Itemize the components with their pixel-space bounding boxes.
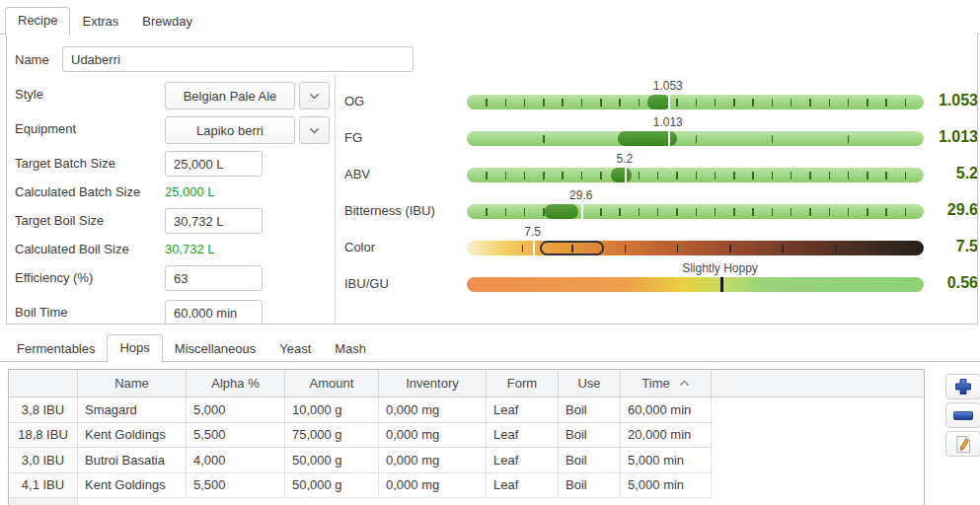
gauge-tick: [486, 99, 488, 107]
header-cell-inventory[interactable]: Inventory: [379, 370, 487, 397]
gauge-abv-marker-label: 5.2: [616, 152, 633, 166]
gauge-tick: [752, 99, 754, 107]
gauge-ibu_gu-label: IBU/GU: [344, 276, 389, 291]
tab-miscellaneous[interactable]: Miscellaneous: [163, 336, 267, 362]
header-label: Form: [507, 376, 537, 391]
header-label: Use: [577, 376, 600, 391]
gauge-color-label: Color: [344, 240, 375, 254]
gauge-color-marker: [533, 241, 536, 255]
gauge-bitterness-bar: [467, 204, 924, 219]
chevron-down-icon: [309, 127, 320, 134]
header-label: Inventory: [406, 376, 458, 391]
gauge-tick: [848, 172, 850, 180]
row-header-strip: [9, 498, 78, 505]
gauge-ibu_gu-value: 0.56: [927, 274, 978, 292]
header-label: Time: [641, 376, 669, 391]
header-cell-amount[interactable]: Amount: [285, 370, 379, 397]
edit-hop-button[interactable]: [945, 431, 980, 457]
edit-pencil-icon: [955, 435, 972, 454]
calculated-batch-size-label: Calculated Batch Size: [15, 184, 140, 199]
tab-recipe[interactable]: Recipe: [5, 7, 70, 35]
tab-mash[interactable]: Mash: [323, 336, 378, 362]
cell-form: Leaf: [487, 473, 559, 498]
gauge-tick: [772, 135, 774, 143]
efficiency-label: Efficiency (%): [15, 270, 93, 285]
gauge-tick: [782, 245, 784, 252]
equipment-dropdown-button[interactable]: [299, 116, 330, 144]
calculated-boil-size-value: 30,732 L: [165, 242, 215, 256]
style-dropdown-button[interactable]: [299, 82, 330, 109]
header-label: Name: [114, 376, 149, 391]
gauge-tick: [752, 208, 754, 216]
gauge-tick: [677, 245, 679, 252]
gauge-tick: [543, 135, 545, 143]
cell-use: Boil: [559, 448, 621, 472]
header-cell-alpha-[interactable]: Alpha %: [187, 370, 285, 397]
tab-hops[interactable]: Hops: [107, 334, 162, 362]
tab-brewday[interactable]: Brewday: [130, 9, 204, 35]
gauge-tick: [772, 172, 774, 180]
gauge-tick: [867, 172, 868, 180]
cell-form: Leaf: [487, 397, 559, 422]
add-hop-button[interactable]: [945, 374, 980, 399]
target-boil-size-label: Target Boil Size: [15, 213, 104, 228]
target-boil-size-field[interactable]: [165, 208, 263, 234]
tab-extras[interactable]: Extras: [70, 9, 130, 35]
tab-fermentables[interactable]: Fermentables: [5, 336, 107, 362]
gauge-og-label: OG: [344, 94, 364, 108]
header-cell-use[interactable]: Use: [559, 370, 621, 397]
cell-use: Boil: [559, 397, 621, 422]
cell-name: Butroi Basatia: [78, 448, 187, 472]
cell-inventory: 0,000 mg: [379, 473, 487, 498]
gauge-color-bar: [467, 241, 924, 255]
table-header-row: NameAlpha %AmountInventoryFormUseTime: [9, 370, 924, 397]
gauge-color-range: [540, 241, 604, 255]
target-batch-size-field[interactable]: [165, 151, 263, 177]
name-field[interactable]: [62, 46, 414, 72]
gauge-tick: [657, 208, 659, 216]
cell-amount: 10,000 g: [285, 397, 379, 422]
gauge-ibu_gu-marker: [720, 277, 724, 292]
gauge-tick: [562, 172, 564, 180]
header-cell-time[interactable]: Time: [621, 370, 712, 397]
tab-yeast[interactable]: Yeast: [267, 336, 323, 362]
boil-time-field[interactable]: [165, 300, 263, 325]
gauge-tick: [729, 245, 731, 252]
gauge-tick: [657, 172, 659, 180]
gauge-og-value: 1.053: [927, 92, 978, 109]
cell-form: Leaf: [487, 423, 559, 448]
header-cell-name[interactable]: Name: [78, 370, 187, 397]
gauge-tick: [733, 99, 735, 107]
header-cell-form[interactable]: Form: [487, 370, 559, 397]
cell-inventory: 0,000 mg: [379, 397, 487, 422]
gauge-tick: [772, 99, 774, 107]
gauge-tick: [524, 208, 526, 216]
header-label: Alpha %: [211, 376, 259, 391]
style-combo[interactable]: Belgian Pale Ale: [165, 82, 295, 109]
gauge-color-value: 7.5: [927, 238, 978, 255]
gauge-tick: [772, 208, 774, 216]
cell-ibu: 3,0 IBU: [9, 448, 78, 472]
table-row[interactable]: 4,1 IBUKent Goldings5,50050,000 g0,000 m…: [9, 473, 713, 499]
gauge-tick: [848, 135, 850, 143]
cell-time: 20,000 min: [621, 423, 712, 448]
cell-ibu: 4,1 IBU: [9, 473, 78, 498]
equipment-combo[interactable]: Lapiko berri: [165, 116, 295, 144]
table-row[interactable]: 3,8 IBUSmagard5,00010,000 g0,000 mgLeafB…: [9, 397, 713, 423]
header-filler: [712, 370, 924, 397]
ingredient-tabbar: Fermentables Hops Miscellaneous Yeast Ma…: [5, 335, 378, 362]
remove-hop-button[interactable]: [945, 402, 980, 428]
brewtarget-window: Recipe Extras Brewday Name Style Belgian…: [0, 0, 980, 505]
efficiency-field[interactable]: [165, 265, 263, 291]
gauge-tick: [505, 99, 507, 107]
cell-inventory: 0,000 mg: [379, 448, 487, 472]
gauge-tick: [867, 99, 868, 107]
gauge-tick: [600, 172, 602, 180]
gauge-tick: [524, 172, 526, 180]
table-row[interactable]: 3,0 IBUButroi Basatia4,00050,000 g0,000 …: [9, 448, 713, 473]
cell-use: Boil: [559, 473, 621, 498]
gauge-tick: [676, 208, 678, 216]
gauge-tick: [486, 172, 488, 180]
gauge-bitterness-label: Bitterness (IBU): [344, 203, 435, 218]
table-row[interactable]: 18,8 IBUKent Goldings5,50075,000 g0,000 …: [9, 423, 713, 449]
